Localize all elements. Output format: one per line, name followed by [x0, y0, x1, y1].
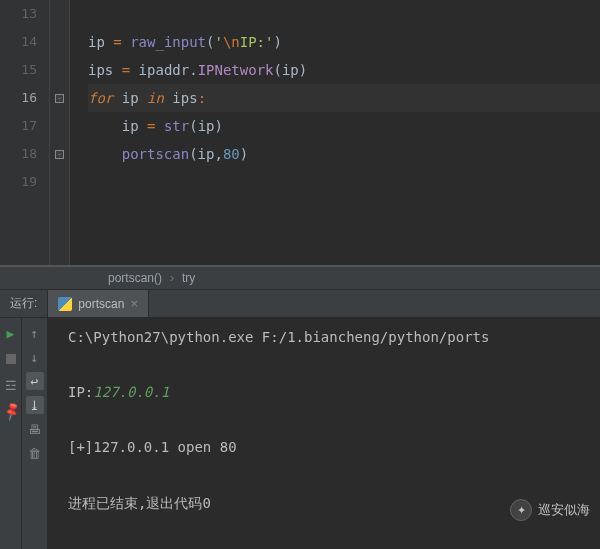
- layout-icon[interactable]: ☲: [2, 376, 20, 394]
- console-line: [68, 411, 600, 431]
- code-editor: 13 14 15 16 17 18 19 - - ip = raw_input(…: [0, 0, 600, 266]
- code-token: ips: [88, 62, 113, 78]
- console-line: [68, 466, 600, 486]
- line-number: 13: [0, 0, 37, 28]
- fold-end-icon[interactable]: -: [55, 150, 64, 159]
- code-token: ip: [198, 118, 215, 134]
- line-number: 16: [0, 84, 37, 112]
- code-token: raw_input: [130, 34, 206, 50]
- code-token: IPNetwork: [198, 62, 274, 78]
- console-line: C:\Python27\python.exe F:/1.biancheng/py…: [68, 328, 600, 348]
- line-number: 14: [0, 28, 37, 56]
- code-token: ips: [172, 90, 197, 106]
- line-number-gutter: 13 14 15 16 17 18 19: [0, 0, 50, 265]
- python-icon: [58, 297, 72, 311]
- console-line: IP:127.0.0.1: [68, 383, 600, 403]
- console-line: [68, 356, 600, 376]
- chevron-right-icon: ›: [170, 271, 174, 285]
- code-token: ip: [88, 34, 105, 50]
- line-number: 19: [0, 168, 37, 196]
- breadcrumb-item[interactable]: portscan(): [108, 271, 162, 285]
- arrow-down-icon[interactable]: ↓: [26, 348, 44, 366]
- breadcrumb: portscan() › try: [0, 266, 600, 290]
- close-icon[interactable]: ×: [130, 296, 138, 311]
- code-token: str: [164, 118, 189, 134]
- line-number: 17: [0, 112, 37, 140]
- run-toolbar-right: ↑ ↓ ↩ ⤓ 🖶 🗑: [22, 318, 48, 549]
- watermark-text: 巡安似海: [538, 501, 590, 519]
- watermark: ✦ 巡安似海: [510, 499, 590, 521]
- code-token: for: [88, 90, 113, 106]
- run-panel-header: 运行: portscan ×: [0, 290, 600, 318]
- code-text-area[interactable]: ip = raw_input('\nIP:') ips = ipaddr.IPN…: [70, 0, 600, 265]
- fold-gutter: - -: [50, 0, 70, 265]
- run-label: 运行:: [0, 295, 47, 312]
- run-icon[interactable]: ▶: [2, 324, 20, 342]
- code-token: ipaddr: [139, 62, 190, 78]
- run-toolbar-left: ▶ ☲ 📌: [0, 318, 22, 549]
- line-number: 15: [0, 56, 37, 84]
- code-token: portscan: [122, 146, 189, 162]
- breadcrumb-item[interactable]: try: [182, 271, 195, 285]
- fold-start-icon[interactable]: -: [55, 94, 64, 103]
- trash-icon[interactable]: 🗑: [26, 444, 44, 462]
- wechat-icon: ✦: [510, 499, 532, 521]
- scroll-end-icon[interactable]: ⤓: [26, 396, 44, 414]
- code-token: ip: [122, 90, 139, 106]
- code-token: 80: [223, 146, 240, 162]
- code-token: \n: [223, 34, 240, 50]
- stop-icon[interactable]: [2, 350, 20, 368]
- code-token: in: [147, 90, 164, 106]
- code-token: IP:': [240, 34, 274, 50]
- run-tab[interactable]: portscan ×: [47, 290, 149, 317]
- wrap-icon[interactable]: ↩: [26, 372, 44, 390]
- line-number: 18: [0, 140, 37, 168]
- run-tab-label: portscan: [78, 297, 124, 311]
- print-icon[interactable]: 🖶: [26, 420, 44, 438]
- code-token: ': [214, 34, 222, 50]
- arrow-up-icon[interactable]: ↑: [26, 324, 44, 342]
- code-token: ip: [122, 118, 139, 134]
- pin-icon[interactable]: 📌: [0, 399, 23, 424]
- code-token: ip: [198, 146, 215, 162]
- console-line: [+]127.0.0.1 open 80: [68, 438, 600, 458]
- code-token: ip: [282, 62, 299, 78]
